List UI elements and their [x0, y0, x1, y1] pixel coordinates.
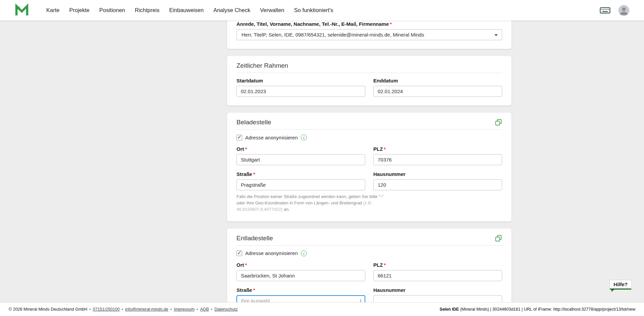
user-avatar[interactable] [619, 5, 629, 16]
enddate-label: Enddatum [373, 78, 502, 83]
anonymize-row: Adresse anonymisieren i [236, 134, 502, 140]
anonymize-checkbox[interactable] [236, 135, 242, 140]
copy-icon[interactable] [495, 235, 502, 242]
divider [236, 73, 502, 73]
separator-dot: • [89, 307, 91, 312]
ort-field: Ort* [236, 262, 365, 281]
strasse-label: Straße* [236, 171, 365, 177]
footer-link-email[interactable]: info@mineral-minds.de [125, 307, 168, 312]
ort-input[interactable] [236, 154, 365, 165]
separator-dot: • [211, 307, 212, 312]
info-icon[interactable]: i [301, 134, 307, 140]
anonymize-row: Adresse anonymisieren i [236, 250, 502, 256]
nav-item-verwalten[interactable]: Verwalten [260, 5, 284, 15]
nav-item-richtpreis[interactable]: Richtpreis [135, 5, 159, 15]
strasse-field: Straße* [236, 171, 365, 190]
plz-input[interactable] [373, 154, 502, 165]
ort-input[interactable] [236, 270, 365, 281]
footer-link-agb[interactable]: AGB [200, 307, 209, 312]
strasse-input[interactable] [236, 179, 365, 190]
hausnummer-label: Hausnummer [373, 287, 502, 293]
keyboard-icon[interactable] [600, 7, 610, 14]
separator-dot: • [170, 307, 172, 312]
required-marker: * [245, 146, 247, 152]
nav-item-einbauweisen[interactable]: Einbauweisen [169, 5, 204, 15]
footer-link-phone[interactable]: 07151/250100 [93, 307, 120, 312]
required-marker: * [253, 287, 255, 293]
plz-input[interactable] [373, 270, 502, 281]
strasse-label: Straße* [236, 287, 365, 293]
enddate-input[interactable] [373, 86, 502, 97]
hausnummer-field: Hausnummer [373, 171, 502, 190]
contact-select[interactable]: Herr, TitelP, Selen, IDE, 0987/654321, s… [236, 29, 502, 40]
nav-item-so-funktionierts[interactable]: So funktioniert's [294, 5, 333, 15]
anonymize-checkbox[interactable] [236, 250, 242, 256]
timeframe-card-title: Zeitlicher Rahmen [236, 62, 502, 69]
page: Karte Projekte Positionen Richtpreis Ein… [0, 0, 644, 316]
hausnummer-input[interactable] [373, 179, 502, 190]
main-navigation: Karte Projekte Positionen Richtpreis Ein… [46, 5, 333, 15]
ort-field: Ort* [236, 146, 365, 165]
copy-icon[interactable] [495, 119, 502, 126]
enddate-field: Enddatum [373, 78, 502, 97]
required-marker: * [245, 262, 247, 268]
top-navbar: Karte Projekte Positionen Richtpreis Ein… [0, 0, 644, 20]
main-content: Anrede, Titel, Vorname, Nachname, Tel.-N… [227, 20, 512, 316]
plz-label: PLZ* [373, 262, 502, 268]
hausnummer-label: Hausnummer [373, 171, 502, 177]
footer-link-datenschutz[interactable]: Datenschutz [214, 307, 237, 312]
separator-dot: • [122, 307, 123, 312]
separator-dot: • [197, 307, 198, 312]
required-marker: * [384, 262, 386, 268]
anonymize-label: Adresse anonymisieren [245, 135, 298, 140]
ort-label: Ort* [236, 146, 365, 152]
startdate-input[interactable] [236, 86, 365, 97]
footer-session-details: (Mineral Minds) | 30244603d161 | URL of … [459, 307, 635, 312]
divider [236, 245, 502, 246]
navbar-right [600, 5, 629, 16]
anonymize-label: Adresse anonymisieren [245, 250, 298, 256]
footer-session-info: Selen IDE (Mineral Minds) | 30244603d161… [440, 307, 635, 312]
help-button[interactable]: Hilfe? [609, 280, 632, 290]
required-marker: * [384, 146, 386, 152]
loading-point-card: Beladestelle Adresse anonymisieren i Ort… [227, 113, 512, 222]
nav-item-analyse-check[interactable]: Analyse Check [213, 5, 250, 15]
ort-label: Ort* [236, 262, 365, 268]
footer-link-impressum[interactable]: Impressum [174, 307, 195, 312]
footer-left: © 2026 Mineral Minds Deutschland GmbH • … [9, 307, 238, 312]
unloading-point-title: Entladestelle [236, 235, 273, 242]
plz-field: PLZ* [373, 262, 502, 281]
contact-select-label: Anrede, Titel, Vorname, Nachname, Tel.-N… [236, 21, 502, 27]
nav-item-karte[interactable]: Karte [46, 5, 59, 15]
startdate-label: Startdatum [236, 78, 365, 83]
unloading-point-card: Entladestelle Adresse anonymisieren i Or… [227, 229, 512, 315]
loading-point-title: Beladestelle [236, 119, 271, 126]
chevron-down-icon [494, 34, 498, 36]
required-marker: * [390, 21, 392, 27]
nav-item-projekte[interactable]: Projekte [69, 5, 90, 15]
divider [236, 129, 502, 130]
footer-user: Selen IDE [440, 307, 459, 312]
strasse-help-text: Falls die Position keiner Straße zugeord… [236, 194, 387, 213]
copyright-text: © 2026 Mineral Minds Deutschland GmbH [9, 307, 87, 312]
info-icon[interactable]: i [301, 250, 307, 256]
brand-logo-icon[interactable] [15, 3, 29, 17]
nav-item-positionen[interactable]: Positionen [99, 5, 125, 15]
footer: © 2026 Mineral Minds Deutschland GmbH • … [0, 302, 644, 316]
required-marker: * [253, 171, 255, 177]
plz-field: PLZ* [373, 146, 502, 165]
plz-label: PLZ* [373, 146, 502, 152]
startdate-field: Startdatum [236, 78, 365, 97]
timeframe-card: Zeitlicher Rahmen Startdatum Enddatum [227, 56, 512, 106]
contact-select-value: Herr, TitelP, Selen, IDE, 0987/654321, s… [241, 32, 424, 38]
